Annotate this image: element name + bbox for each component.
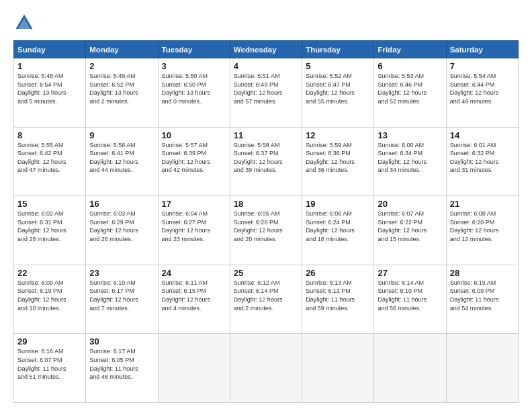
day-number: 8 [17, 130, 82, 140]
calendar-cell: 12Sunrise: 5:59 AMSunset: 6:36 PMDayligh… [302, 127, 374, 196]
day-number: 4 [234, 61, 298, 71]
week-row-2: 8Sunrise: 5:55 AMSunset: 6:42 PMDaylight… [14, 127, 519, 196]
day-number: 15 [17, 199, 82, 209]
day-number: 30 [89, 336, 154, 347]
calendar-cell: 3Sunrise: 5:50 AMSunset: 6:50 PMDaylight… [158, 58, 230, 128]
day-number: 3 [162, 61, 226, 71]
cell-info: Sunrise: 5:52 AMSunset: 6:47 PMDaylight:… [306, 72, 370, 105]
cell-info: Sunrise: 6:17 AMSunset: 6:05 PMDaylight:… [89, 347, 154, 381]
calendar-table: SundayMondayTuesdayWednesdayThursdayFrid… [13, 40, 519, 403]
col-header-monday: Monday [86, 41, 158, 58]
col-header-wednesday: Wednesday [230, 41, 302, 58]
col-header-saturday: Saturday [446, 41, 518, 58]
calendar-cell: 23Sunrise: 6:10 AMSunset: 6:17 PMDayligh… [86, 265, 158, 334]
cell-info: Sunrise: 5:49 AMSunset: 6:52 PMDaylight:… [89, 72, 154, 105]
day-number: 11 [234, 130, 298, 140]
col-header-sunday: Sunday [14, 41, 86, 58]
day-number: 13 [378, 130, 442, 140]
calendar-cell: 7Sunrise: 5:54 AMSunset: 6:44 PMDaylight… [446, 58, 518, 128]
day-number: 17 [162, 199, 226, 209]
calendar-cell: 5Sunrise: 5:52 AMSunset: 6:47 PMDaylight… [302, 58, 374, 128]
calendar-cell: 17Sunrise: 6:04 AMSunset: 6:27 PMDayligh… [158, 196, 230, 265]
cell-info: Sunrise: 6:00 AMSunset: 6:34 PMDaylight:… [378, 141, 442, 175]
calendar-cell: 14Sunrise: 6:01 AMSunset: 6:32 PMDayligh… [446, 127, 518, 196]
calendar-cell: 13Sunrise: 6:00 AMSunset: 6:34 PMDayligh… [374, 127, 446, 196]
cell-info: Sunrise: 6:09 AMSunset: 6:19 PMDaylight:… [17, 279, 82, 312]
calendar-cell: 20Sunrise: 6:07 AMSunset: 6:22 PMDayligh… [374, 196, 446, 265]
day-number: 1 [17, 61, 82, 71]
day-number: 23 [89, 268, 154, 278]
cell-info: Sunrise: 6:02 AMSunset: 6:31 PMDaylight:… [17, 210, 82, 243]
cell-info: Sunrise: 5:59 AMSunset: 6:36 PMDaylight:… [306, 141, 370, 175]
col-header-thursday: Thursday [302, 41, 374, 58]
cell-info: Sunrise: 5:53 AMSunset: 6:46 PMDaylight:… [378, 72, 442, 105]
calendar-header-row: SundayMondayTuesdayWednesdayThursdayFrid… [14, 41, 519, 58]
calendar-cell: 1Sunrise: 5:48 AMSunset: 6:54 PMDaylight… [14, 58, 86, 128]
calendar-cell [374, 334, 446, 403]
day-number: 2 [89, 61, 154, 71]
calendar-cell [446, 334, 518, 403]
header [13, 12, 519, 34]
calendar-cell [230, 334, 302, 403]
calendar-cell: 19Sunrise: 6:06 AMSunset: 6:24 PMDayligh… [302, 196, 374, 265]
week-row-1: 1Sunrise: 5:48 AMSunset: 6:54 PMDaylight… [14, 58, 519, 128]
calendar-cell: 9Sunrise: 5:56 AMSunset: 6:41 PMDaylight… [86, 127, 158, 196]
day-number: 7 [450, 61, 515, 71]
calendar-cell [158, 334, 230, 403]
cell-info: Sunrise: 6:15 AMSunset: 6:09 PMDaylight:… [450, 279, 515, 312]
cell-info: Sunrise: 6:03 AMSunset: 6:29 PMDaylight:… [89, 210, 154, 243]
day-number: 22 [17, 268, 82, 278]
day-number: 6 [378, 61, 442, 71]
logo-icon [13, 12, 35, 34]
cell-info: Sunrise: 6:07 AMSunset: 6:22 PMDaylight:… [378, 210, 442, 243]
day-number: 18 [234, 199, 298, 209]
calendar-cell: 22Sunrise: 6:09 AMSunset: 6:19 PMDayligh… [14, 265, 86, 334]
calendar-cell [302, 334, 374, 403]
calendar-cell: 15Sunrise: 6:02 AMSunset: 6:31 PMDayligh… [14, 196, 86, 265]
week-row-5: 29Sunrise: 6:16 AMSunset: 6:07 PMDayligh… [14, 334, 519, 403]
calendar-cell: 21Sunrise: 6:08 AMSunset: 6:20 PMDayligh… [446, 196, 518, 265]
cell-info: Sunrise: 6:01 AMSunset: 6:32 PMDaylight:… [450, 141, 515, 175]
cell-info: Sunrise: 6:16 AMSunset: 6:07 PMDaylight:… [17, 347, 82, 381]
calendar-cell: 26Sunrise: 6:13 AMSunset: 6:12 PMDayligh… [302, 265, 374, 334]
cell-info: Sunrise: 6:08 AMSunset: 6:20 PMDaylight:… [450, 210, 515, 243]
day-number: 9 [89, 130, 154, 140]
day-number: 14 [450, 130, 515, 140]
cell-info: Sunrise: 6:05 AMSunset: 6:26 PMDaylight:… [234, 210, 298, 243]
cell-info: Sunrise: 6:12 AMSunset: 6:14 PMDaylight:… [234, 279, 298, 312]
cell-info: Sunrise: 6:11 AMSunset: 6:15 PMDaylight:… [162, 279, 226, 312]
calendar-cell: 2Sunrise: 5:49 AMSunset: 6:52 PMDaylight… [86, 58, 158, 128]
calendar-cell: 27Sunrise: 6:14 AMSunset: 6:10 PMDayligh… [374, 265, 446, 334]
week-row-4: 22Sunrise: 6:09 AMSunset: 6:19 PMDayligh… [14, 265, 519, 334]
day-number: 10 [162, 130, 226, 140]
calendar-cell: 8Sunrise: 5:55 AMSunset: 6:42 PMDaylight… [14, 127, 86, 196]
day-number: 29 [17, 336, 82, 347]
calendar-cell: 29Sunrise: 6:16 AMSunset: 6:07 PMDayligh… [14, 334, 86, 403]
day-number: 26 [306, 268, 370, 278]
cell-info: Sunrise: 6:10 AMSunset: 6:17 PMDaylight:… [89, 279, 154, 312]
day-number: 24 [162, 268, 226, 278]
cell-info: Sunrise: 5:50 AMSunset: 6:50 PMDaylight:… [162, 72, 226, 105]
calendar-cell: 6Sunrise: 5:53 AMSunset: 6:46 PMDaylight… [374, 58, 446, 128]
calendar-cell: 25Sunrise: 6:12 AMSunset: 6:14 PMDayligh… [230, 265, 302, 334]
cell-info: Sunrise: 5:48 AMSunset: 6:54 PMDaylight:… [17, 72, 82, 105]
cell-info: Sunrise: 6:14 AMSunset: 6:10 PMDaylight:… [378, 279, 442, 312]
cell-info: Sunrise: 5:55 AMSunset: 6:42 PMDaylight:… [17, 141, 82, 175]
cell-info: Sunrise: 5:51 AMSunset: 6:49 PMDaylight:… [234, 72, 298, 105]
cell-info: Sunrise: 5:57 AMSunset: 6:39 PMDaylight:… [162, 141, 226, 175]
day-number: 16 [89, 199, 154, 209]
day-number: 20 [378, 199, 442, 209]
calendar-cell: 4Sunrise: 5:51 AMSunset: 6:49 PMDaylight… [230, 58, 302, 128]
day-number: 12 [306, 130, 370, 140]
calendar-cell: 11Sunrise: 5:58 AMSunset: 6:37 PMDayligh… [230, 127, 302, 196]
calendar-cell: 16Sunrise: 6:03 AMSunset: 6:29 PMDayligh… [86, 196, 158, 265]
col-header-friday: Friday [374, 41, 446, 58]
logo [13, 12, 38, 34]
week-row-3: 15Sunrise: 6:02 AMSunset: 6:31 PMDayligh… [14, 196, 519, 265]
day-number: 27 [378, 268, 442, 278]
day-number: 5 [306, 61, 370, 71]
day-number: 25 [234, 268, 298, 278]
page: SundayMondayTuesdayWednesdayThursdayFrid… [0, 0, 532, 411]
cell-info: Sunrise: 5:54 AMSunset: 6:44 PMDaylight:… [450, 72, 515, 105]
cell-info: Sunrise: 6:06 AMSunset: 6:24 PMDaylight:… [306, 210, 370, 243]
